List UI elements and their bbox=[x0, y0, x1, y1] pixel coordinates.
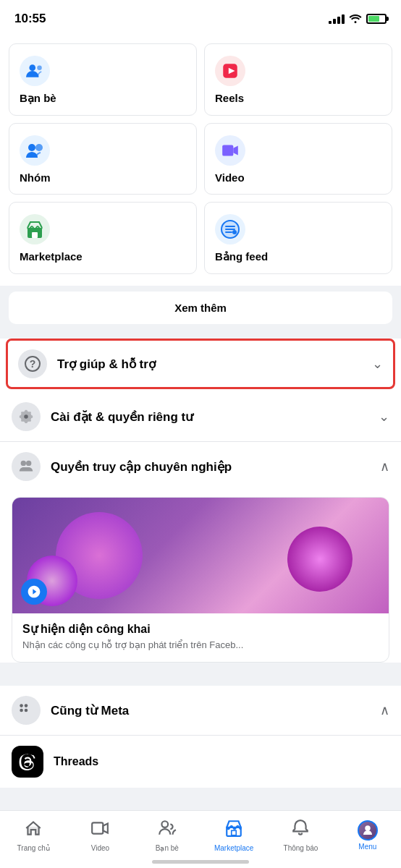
home-icon bbox=[24, 819, 43, 842]
nav-marketplace-label: Marketplace bbox=[214, 844, 253, 852]
svg-rect-9 bbox=[32, 232, 38, 238]
pro-card-body: Sự hiện diện công khai Nhận các công cụ … bbox=[12, 613, 389, 662]
grid-item-video[interactable]: Video bbox=[204, 123, 392, 195]
status-bar: 10:55 bbox=[0, 0, 401, 35]
nav-menu-label: Menu bbox=[358, 843, 376, 851]
nav-item-menu[interactable]: Menu bbox=[334, 820, 401, 851]
pro-card-description: Nhận các công cụ hỗ trợ bạn phát triển t… bbox=[22, 639, 379, 652]
home-indicator bbox=[152, 860, 249, 864]
pro-card-image bbox=[12, 498, 389, 613]
svg-point-29 bbox=[365, 825, 371, 831]
meta-chevron-icon: ∧ bbox=[380, 702, 389, 718]
grid-row-1: Bạn bè Reels bbox=[9, 43, 392, 116]
grid-row-3: Marketplace Bảng feed bbox=[9, 202, 392, 274]
nav-notifications-label: Thông báo bbox=[284, 844, 318, 852]
feed-label: Bảng feed bbox=[215, 250, 268, 263]
pro-card-badge-icon bbox=[21, 579, 47, 605]
nav-marketplace-icon bbox=[224, 819, 243, 842]
nav-item-home[interactable]: Trang chủ bbox=[0, 819, 67, 852]
svg-marker-7 bbox=[233, 146, 238, 156]
menu-section: ? Trợ giúp & hỗ trợ ⌄ Cài đặt & quyền ri… bbox=[0, 339, 401, 663]
svg-point-15 bbox=[232, 230, 237, 234]
nav-friends-icon bbox=[158, 819, 177, 842]
see-more-button[interactable]: Xem thêm bbox=[9, 292, 392, 324]
meta-section-header[interactable]: Cũng từ Meta ∧ bbox=[0, 686, 401, 736]
pro-access-icon bbox=[12, 452, 41, 481]
reels-label: Reels bbox=[215, 92, 244, 104]
svg-point-21 bbox=[20, 704, 23, 707]
nav-home-label: Trang chủ bbox=[17, 844, 50, 852]
svg-point-1 bbox=[37, 65, 42, 70]
friends-label: Bạn bè bbox=[20, 92, 56, 105]
svg-rect-25 bbox=[93, 822, 104, 833]
grid-item-marketplace[interactable]: Marketplace bbox=[9, 202, 197, 274]
svg-rect-6 bbox=[222, 145, 233, 156]
pro-access-label: Quyền truy cập chuyên nghiệp bbox=[51, 459, 374, 475]
grid-row-2: Nhóm Video bbox=[9, 123, 392, 195]
svg-point-4 bbox=[28, 144, 35, 151]
pro-access-menu-item[interactable]: Quyền truy cập chuyên nghiệp ∧ bbox=[0, 442, 401, 491]
svg-point-5 bbox=[35, 144, 43, 151]
nav-friends-label: Bạn bè bbox=[156, 844, 179, 852]
nav-item-notifications[interactable]: Thông báo bbox=[267, 819, 334, 852]
friends-icon bbox=[20, 56, 50, 86]
main-content: Bạn bè Reels bbox=[0, 35, 401, 846]
feed-icon bbox=[215, 214, 245, 244]
threads-item[interactable]: Threads bbox=[0, 736, 401, 788]
nav-item-marketplace[interactable]: Marketplace bbox=[200, 819, 267, 852]
nav-bell-icon bbox=[291, 819, 310, 842]
svg-point-0 bbox=[29, 64, 35, 71]
settings-menu-item[interactable]: Cài đặt & quyền riêng tư ⌄ bbox=[0, 392, 401, 442]
pro-card-orbs bbox=[12, 498, 389, 613]
wifi-icon bbox=[349, 13, 362, 25]
svg-point-20 bbox=[26, 461, 31, 466]
bottom-nav: Trang chủ Video Bạn bè bbox=[0, 810, 401, 868]
help-icon: ? bbox=[18, 349, 47, 378]
grid-section: Bạn bè Reels bbox=[0, 35, 401, 286]
threads-label: Threads bbox=[54, 755, 98, 768]
groups-label: Nhóm bbox=[20, 171, 51, 184]
settings-chevron-icon: ⌄ bbox=[379, 409, 389, 425]
svg-point-27 bbox=[161, 821, 168, 827]
meta-section-label: Cũng từ Meta bbox=[51, 703, 380, 718]
meta-icon bbox=[12, 696, 41, 725]
signal-icon bbox=[329, 14, 345, 24]
nav-avatar bbox=[358, 820, 378, 841]
svg-point-23 bbox=[20, 709, 23, 712]
battery-icon bbox=[366, 14, 387, 24]
settings-label: Cài đặt & quyền riêng tư bbox=[51, 409, 373, 425]
grid-item-groups[interactable]: Nhóm bbox=[9, 123, 197, 195]
video-label: Video bbox=[215, 171, 245, 184]
nav-item-video[interactable]: Video bbox=[67, 819, 133, 852]
pro-access-chevron-icon: ∧ bbox=[380, 459, 389, 475]
meta-section: Cũng từ Meta ∧ Threads bbox=[0, 686, 401, 788]
help-chevron-icon: ⌄ bbox=[372, 356, 383, 372]
svg-marker-26 bbox=[104, 823, 109, 833]
grid-item-friends[interactable]: Bạn bè bbox=[9, 43, 197, 116]
nav-item-friends[interactable]: Bạn bè bbox=[134, 819, 200, 852]
grid-item-feed[interactable]: Bảng feed bbox=[204, 202, 392, 274]
nav-video-label: Video bbox=[91, 844, 109, 852]
pro-card-title: Sự hiện diện công khai bbox=[22, 622, 379, 636]
groups-icon bbox=[20, 135, 50, 166]
status-icons bbox=[329, 13, 387, 25]
nav-video-icon bbox=[90, 819, 109, 842]
marketplace-icon bbox=[20, 214, 50, 244]
threads-icon bbox=[12, 746, 43, 778]
marketplace-label: Marketplace bbox=[20, 250, 83, 263]
svg-rect-28 bbox=[232, 830, 237, 835]
svg-point-22 bbox=[25, 704, 28, 707]
pro-card[interactable]: Sự hiện diện công khai Nhận các công cụ … bbox=[12, 497, 389, 663]
svg-point-19 bbox=[21, 461, 26, 466]
reels-icon bbox=[215, 56, 245, 86]
video-icon bbox=[215, 135, 245, 166]
grid-item-reels[interactable]: Reels bbox=[204, 43, 392, 116]
svg-text:?: ? bbox=[30, 358, 36, 370]
settings-icon bbox=[12, 402, 41, 431]
svg-point-24 bbox=[25, 709, 28, 712]
help-label: Trợ giúp & hỗ trợ bbox=[57, 357, 366, 372]
status-time: 10:55 bbox=[14, 12, 46, 26]
help-menu-item[interactable]: ? Trợ giúp & hỗ trợ ⌄ bbox=[6, 339, 395, 389]
